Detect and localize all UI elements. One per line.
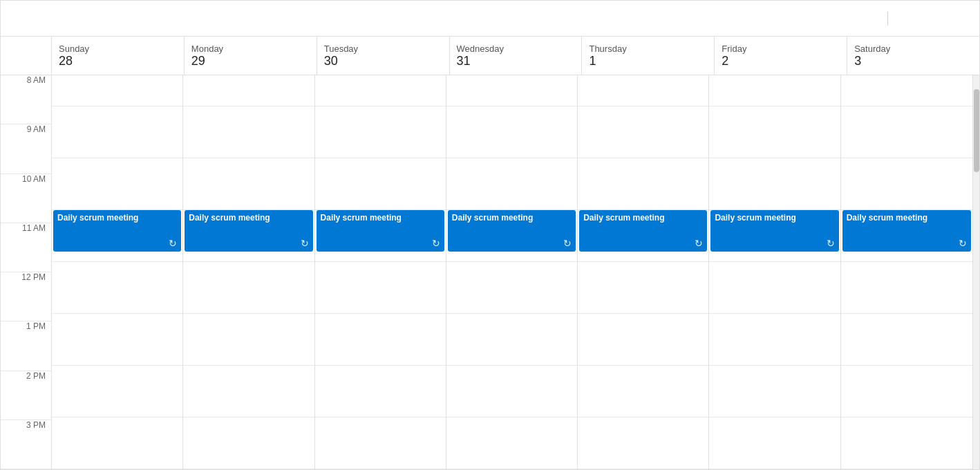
toolbar (1, 1, 979, 37)
day-header-3: Wednesday 31 (450, 37, 583, 75)
hour-cell-3-4 (446, 262, 577, 314)
hour-cell-3-7 (446, 417, 577, 469)
hour-cell-6-5 (841, 314, 972, 366)
day-header-2: Tuesday 30 (317, 37, 450, 75)
recurrence-icon-4: ↻ (695, 238, 703, 249)
hour-cell-6-1 (841, 106, 972, 158)
day-number-3: 31 (457, 54, 575, 68)
hour-cell-3-6 (446, 366, 577, 417)
day-header-5: Friday 2 (715, 37, 847, 75)
hour-cell-0-6 (52, 366, 182, 417)
today-button[interactable] (865, 15, 885, 23)
scrollbar[interactable] (972, 75, 979, 469)
day-column-4: Daily scrum meeting ↻ (578, 75, 709, 469)
day-number-4: 1 (589, 54, 707, 68)
hour-cell-1-0 (183, 75, 314, 106)
recurrence-icon-6: ↻ (959, 238, 967, 249)
day-header-6: Saturday 3 (847, 37, 979, 75)
day-column-5: Daily scrum meeting ↻ (709, 75, 840, 469)
time-label-3: 11 AM (1, 223, 51, 272)
hour-cell-4-0 (578, 75, 708, 106)
recurrence-icon-0: ↻ (169, 238, 177, 249)
day-column-6: Daily scrum meeting ↻ (841, 75, 972, 469)
event-title-5: Daily scrum meeting (715, 213, 834, 224)
scrollbar-thumb[interactable] (974, 89, 979, 172)
hour-cell-0-4 (52, 262, 182, 314)
date-range-button[interactable] (67, 16, 82, 21)
time-label-0: 8 AM (1, 75, 51, 124)
hour-cell-0-0 (52, 75, 182, 106)
divider (887, 12, 888, 26)
hour-cell-3-5 (446, 314, 577, 366)
day-number-2: 30 (324, 54, 442, 68)
day-number-5: 2 (722, 54, 840, 68)
nav-buttons (12, 8, 59, 30)
next-button[interactable] (37, 8, 59, 30)
day-column-0: Daily scrum meeting ↻ (52, 75, 183, 469)
day-button[interactable] (910, 15, 930, 23)
day-number-1: 29 (191, 54, 310, 68)
hour-cell-4-5 (578, 314, 708, 366)
hour-cell-6-4 (841, 262, 972, 314)
hour-cell-3-1 (446, 106, 577, 158)
event-title-4: Daily scrum meeting (583, 213, 703, 224)
event-daily-scrum-1[interactable]: Daily scrum meeting ↻ (185, 210, 312, 252)
hour-cell-6-0 (841, 75, 972, 106)
day-header-1: Monday 29 (185, 37, 317, 75)
time-label-2: 10 AM (1, 174, 51, 223)
hour-cell-1-7 (183, 417, 314, 469)
hour-cell-0-5 (52, 314, 182, 366)
hour-cell-1-2 (183, 158, 314, 210)
time-label-7: 3 PM (1, 420, 51, 469)
hour-cell-5-2 (709, 158, 840, 210)
event-daily-scrum-5[interactable]: Daily scrum meeting ↻ (710, 210, 838, 252)
work-week-button[interactable] (949, 15, 968, 23)
time-gutter-header (1, 37, 51, 75)
prev-button[interactable] (12, 8, 34, 30)
day-name-5: Friday (722, 44, 840, 54)
day-column-3: Daily scrum meeting ↻ (446, 75, 578, 469)
event-title-3: Daily scrum meeting (452, 213, 572, 224)
hour-cell-1-5 (183, 314, 314, 366)
hour-cell-5-4 (709, 262, 840, 314)
month-button[interactable] (891, 15, 910, 23)
event-title-1: Daily scrum meeting (189, 213, 308, 224)
time-label-5: 1 PM (1, 321, 51, 370)
time-label-1: 9 AM (1, 124, 51, 173)
event-daily-scrum-4[interactable]: Daily scrum meeting ↻ (579, 210, 707, 252)
event-daily-scrum-0[interactable]: Daily scrum meeting ↻ (53, 210, 181, 252)
hour-cell-2-6 (315, 366, 446, 417)
day-name-1: Monday (191, 44, 310, 54)
time-labels: 8 AM9 AM10 AM11 AM12 PM1 PM2 PM3 PM (1, 75, 51, 469)
day-name-3: Wednesday (457, 44, 575, 54)
hour-cell-4-6 (578, 366, 708, 417)
recurrence-icon-2: ↻ (432, 238, 440, 249)
hour-cell-3-0 (446, 75, 577, 106)
hour-cell-3-2 (446, 158, 577, 210)
hour-cell-6-7 (841, 417, 972, 469)
day-header-0: Sunday 28 (52, 37, 185, 75)
hour-cell-2-1 (315, 106, 446, 158)
hour-cell-4-1 (578, 106, 708, 158)
event-daily-scrum-6[interactable]: Daily scrum meeting ↻ (842, 210, 971, 252)
hour-cell-6-2 (841, 158, 972, 210)
time-gutter: 8 AM9 AM10 AM11 AM12 PM1 PM2 PM3 PM (1, 37, 52, 469)
day-name-0: Sunday (59, 44, 177, 54)
event-daily-scrum-2[interactable]: Daily scrum meeting ↻ (317, 210, 444, 252)
day-name-6: Saturday (854, 44, 972, 54)
event-daily-scrum-3[interactable]: Daily scrum meeting ↻ (448, 210, 576, 252)
time-label-6: 2 PM (1, 371, 51, 420)
hour-cell-1-4 (183, 262, 314, 314)
recurrence-icon-5: ↻ (827, 238, 835, 249)
view-switcher (865, 12, 968, 26)
hour-cell-4-7 (578, 417, 708, 469)
hour-cell-2-5 (315, 314, 446, 366)
hour-cell-5-5 (709, 314, 840, 366)
event-title-2: Daily scrum meeting (321, 213, 440, 224)
calendar-grid: 8 AM9 AM10 AM11 AM12 PM1 PM2 PM3 PM Sund… (1, 37, 979, 469)
hour-cell-2-7 (315, 417, 446, 469)
day-header-4: Thursday 1 (582, 37, 715, 75)
week-button[interactable] (930, 15, 949, 23)
hour-cell-0-7 (52, 417, 182, 469)
day-column-1: Daily scrum meeting ↻ (183, 75, 314, 469)
